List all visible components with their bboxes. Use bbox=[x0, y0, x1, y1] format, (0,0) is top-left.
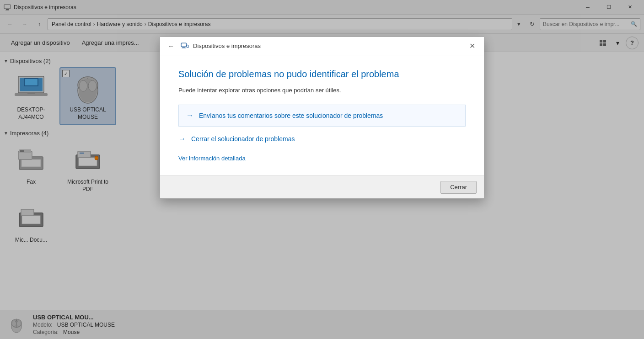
svg-rect-42 bbox=[187, 45, 188, 48]
feedback-option-label: Envíanos tus comentarios sobre este solu… bbox=[199, 112, 383, 119]
view-details-link[interactable]: Ver información detallada bbox=[178, 155, 466, 162]
svg-rect-40 bbox=[182, 47, 185, 48]
troubleshooter-dialog: ← Dispositivos e impresoras ✕ Solución d… bbox=[160, 37, 484, 199]
dialog-heading: Solución de problemas no pudo identifica… bbox=[178, 69, 466, 79]
close-troubleshooter-label: Cerrar el solucionador de problemas bbox=[191, 135, 295, 143]
svg-rect-39 bbox=[181, 43, 186, 47]
dialog-footer: Cerrar bbox=[160, 175, 484, 198]
dialog-back-button[interactable]: ← bbox=[166, 41, 177, 52]
dialog-subtitle: Puede intentar explorar otras opciones q… bbox=[178, 87, 466, 94]
feedback-arrow-icon: → bbox=[186, 111, 193, 120]
dialog-overlay: ← Dispositivos e impresoras ✕ Solución d… bbox=[0, 0, 644, 339]
dialog-close-x-button[interactable]: ✕ bbox=[466, 40, 478, 53]
dialog-title-bar: ← Dispositivos e impresoras ✕ bbox=[160, 37, 484, 55]
svg-rect-41 bbox=[182, 48, 186, 48]
dialog-title-text: Dispositivos e impresoras bbox=[193, 42, 261, 49]
dialog-content: Solución de problemas no pudo identifica… bbox=[160, 55, 484, 175]
close-link-arrow-icon: → bbox=[178, 135, 186, 143]
close-troubleshooter-link[interactable]: → Cerrar el solucionador de problemas bbox=[178, 132, 466, 146]
feedback-option[interactable]: → Envíanos tus comentarios sobre este so… bbox=[178, 105, 466, 127]
dialog-close-button[interactable]: Cerrar bbox=[440, 181, 477, 194]
dialog-title-icon bbox=[180, 42, 189, 51]
